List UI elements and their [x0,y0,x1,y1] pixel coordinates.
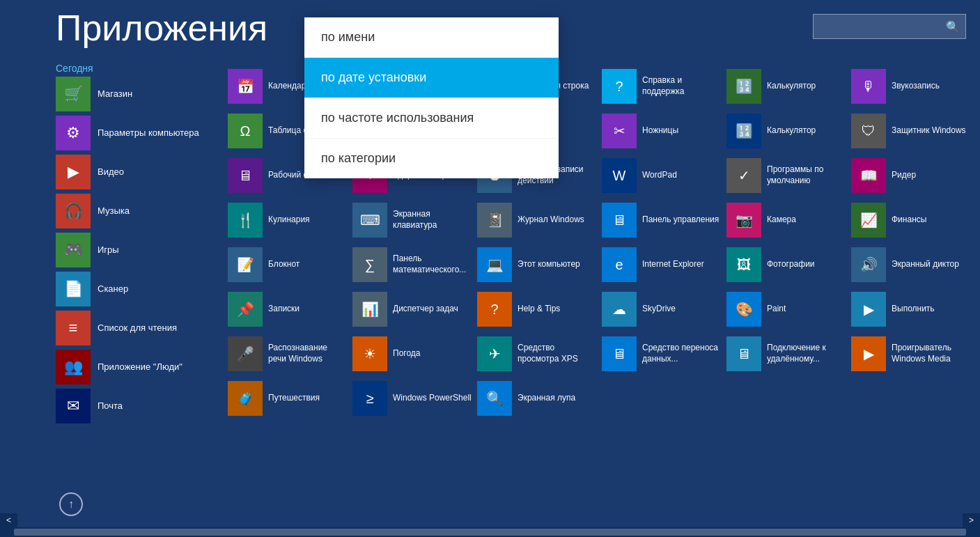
app-icon: 🎮 [56,233,91,267]
grid-app-item[interactable]: 🎙Звукозапись [850,66,972,107]
grid-app-item[interactable]: ☀Погода [351,334,473,374]
grid-app-item[interactable]: 💻Этот компьютер [476,244,598,285]
app-label: Этот компьютер [518,259,580,270]
app-icon: 📝 [228,247,263,282]
grid-app-item[interactable]: 🖥Панель управления [600,200,722,240]
grid-app-item[interactable]: 📌Записки [226,289,348,329]
app-icon: 🔢 [726,114,761,148]
app-icon: ≥ [352,381,387,416]
app-label: Записки [268,304,300,315]
grid-app-item[interactable]: 📝Блокнот [226,244,348,285]
app-label: Финансы [892,215,926,226]
app-icon: ? [477,292,512,327]
grid-app-item[interactable]: ≥Windows PowerShell [351,378,473,419]
sidebar-app-item[interactable]: ≡Список для чтения [56,311,199,345]
grid-app-item[interactable]: 🧳Путешествия [226,378,348,419]
grid-app-item[interactable]: ✈Средство просмотра XPS [476,334,598,374]
grid-app-item[interactable]: 🖥Подключение к удалённому... [725,334,847,374]
grid-app-item[interactable]: 🔊Экранный диктор [850,244,972,285]
app-label: Программы по умолчанию [767,164,846,186]
app-label: Экранная клавиатура [393,209,472,231]
grid-app-item[interactable]: ∑Панель математического... [351,244,473,285]
app-icon: ☀ [352,336,387,371]
sidebar-app-item[interactable]: 👥Приложение "Люди" [56,350,199,384]
grid-app-item[interactable]: ▶Выполнить [850,289,972,329]
app-label: Камера [767,215,796,226]
grid-app-item[interactable]: 🎤Распознавание речи Windows [226,334,348,374]
dropdown-item[interactable]: по категории [304,139,559,178]
grid-app-item[interactable]: eInternet Explorer [600,244,722,285]
scroll-right-button[interactable]: > [963,513,980,527]
grid-app-item[interactable]: 🔢Калькулятор [725,66,847,107]
grid-app-item[interactable]: 📓Журнал Windows [476,200,598,240]
app-icon: 🔍 [477,381,512,416]
app-label: Панель управления [642,215,719,226]
grid-app-item[interactable]: 🔢Калькулятор [725,111,847,151]
dropdown-item[interactable]: по дате установки [304,58,559,98]
grid-app-item[interactable]: 📷Камера [725,200,847,240]
grid-app-item[interactable]: 🍴Кулинария [226,200,348,240]
grid-app-item[interactable]: ✓Программы по умолчанию [725,155,847,196]
app-icon: 🎤 [228,336,263,371]
app-label: Панель математического... [393,254,472,275]
grid-app-item[interactable]: 📊Диспетчер задач [351,289,473,329]
app-icon: 🛒 [56,77,91,111]
grid-app-item[interactable]: ?Help & Tips [476,289,598,329]
grid-app-item[interactable]: WWordPad [600,155,722,196]
sidebar-app-item[interactable]: 🎧Музыка [56,194,199,228]
app-icon: 🖼 [726,247,761,282]
scroll-left-button[interactable]: < [0,513,17,527]
grid-app-item[interactable]: 🔍Экранная лупа [476,378,598,419]
app-label: Путешествия [268,393,320,404]
sidebar-app-item[interactable]: ✉Почта [56,389,199,423]
grid-app-item[interactable]: 🖼Фотографии [725,244,847,285]
app-icon: ✓ [726,158,761,193]
app-icon: 📓 [477,203,512,238]
scrollbar-thumb[interactable] [14,529,966,536]
search-box[interactable]: 🔍 [813,14,966,39]
grid-app-item[interactable]: ?Справка и поддержка [600,66,722,107]
grid-app-item[interactable]: ⌨Экранная клавиатура [351,200,473,240]
search-icon[interactable]: 🔍 [946,20,960,33]
app-label: SkyDrive [642,304,676,315]
app-label: Выполнить [892,304,935,315]
app-label: Средство переноса данных... [642,343,721,364]
sidebar-app-item[interactable]: ▶Видео [56,155,199,189]
grid-app-item[interactable]: ▶Проигрыватель Windows Media [850,334,972,374]
app-label: Ножницы [642,125,678,137]
app-label: Приложение "Люди" [98,361,182,373]
app-label: Подключение к удалённому... [767,343,846,364]
app-label: Игры [98,244,119,256]
app-icon: 📈 [851,203,886,238]
app-icon: ∑ [352,247,387,282]
sidebar-app-item[interactable]: 📄Сканер [56,272,199,306]
dropdown-item[interactable]: по имени [304,17,559,58]
grid-app-item[interactable]: 🖥Средство переноса данных... [600,334,722,374]
app-icon: 🖥 [726,336,761,371]
dropdown-item[interactable]: по частоте использования [304,98,559,139]
filter-label: Сегодня [56,63,93,74]
app-icon: ⚙ [56,116,91,150]
app-icon: 👥 [56,350,91,384]
grid-app-item[interactable]: ✂Ножницы [600,111,722,151]
search-input[interactable] [819,21,946,32]
app-icon: W [602,158,637,193]
sidebar-app-item[interactable]: 🛒Магазин [56,77,199,111]
sidebar-app-item[interactable]: ⚙Параметры компьютера [56,116,199,150]
app-label: Ридер [892,170,916,181]
app-icon: 🍴 [228,203,263,238]
sidebar-app-item[interactable]: 🎮Игры [56,233,199,267]
grid-app-item[interactable]: ☁SkyDrive [600,289,722,329]
app-icon: ✈ [477,336,512,371]
grid-app-item[interactable]: 📖Ридер [850,155,972,196]
app-label: Защитник Windows [892,125,966,137]
app-label: Диспетчер задач [393,304,458,315]
app-label: Список для чтения [98,322,177,334]
grid-app-item[interactable]: 🛡Защитник Windows [850,111,972,151]
app-label: Распознавание речи Windows [268,343,347,364]
grid-app-item[interactable]: 📈Финансы [850,200,972,240]
scrollbar[interactable] [0,527,980,537]
sort-button[interactable]: ↑ [59,492,83,516]
grid-app-item[interactable]: 🎨Paint [725,289,847,329]
app-icon: 🔊 [851,247,886,282]
